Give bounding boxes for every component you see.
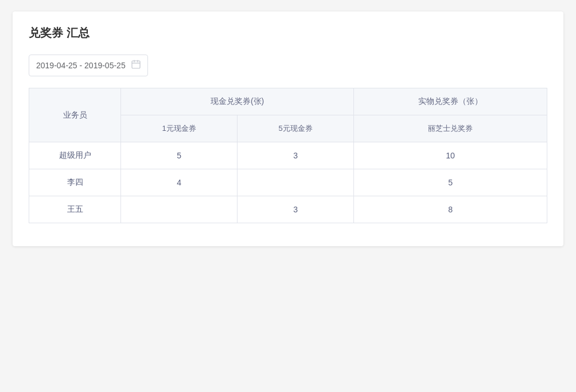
summary-table: 业务员 现金兑奖券(张) 实物兑奖券（张） 1元现金券 5元现金券 丽芝士兑奖券… xyxy=(29,88,547,223)
svg-rect-0 xyxy=(132,61,140,68)
col-cash-1: 1元现金券 xyxy=(121,115,238,142)
cell-cash-1: 5 xyxy=(121,142,238,169)
table-row: 李四45 xyxy=(29,169,547,196)
cell-cash-5: 3 xyxy=(238,142,354,169)
col-salesperson: 业务员 xyxy=(29,88,121,142)
date-picker-value: 2019-04-25 - 2019-05-25 xyxy=(36,61,126,70)
date-picker[interactable]: 2019-04-25 - 2019-05-25 xyxy=(29,55,148,76)
col-cash-5: 5元现金券 xyxy=(238,115,354,142)
cell-cash-1: 4 xyxy=(121,169,238,196)
cell-salesperson: 王五 xyxy=(29,196,121,223)
cell-physical-1: 8 xyxy=(354,196,547,223)
page-title: 兑奖券 汇总 xyxy=(29,25,547,41)
calendar-icon xyxy=(131,60,141,71)
cell-cash-5 xyxy=(238,169,354,196)
cell-salesperson: 李四 xyxy=(29,169,121,196)
cell-physical-1: 10 xyxy=(354,142,547,169)
col-cash-group: 现金兑奖券(张) xyxy=(121,88,354,115)
cell-physical-1: 5 xyxy=(354,169,547,196)
main-card: 兑奖券 汇总 2019-04-25 - 2019-05-25 业务员 现金兑奖券… xyxy=(13,11,563,246)
col-physical-group: 实物兑奖券（张） xyxy=(354,88,547,115)
cell-cash-5: 3 xyxy=(238,196,354,223)
date-picker-wrapper: 2019-04-25 - 2019-05-25 xyxy=(29,55,547,76)
cell-salesperson: 超级用户 xyxy=(29,142,121,169)
col-physical-1: 丽芝士兑奖券 xyxy=(354,115,547,142)
table-row: 王五38 xyxy=(29,196,547,223)
cell-cash-1 xyxy=(121,196,238,223)
table-row: 超级用户5310 xyxy=(29,142,547,169)
